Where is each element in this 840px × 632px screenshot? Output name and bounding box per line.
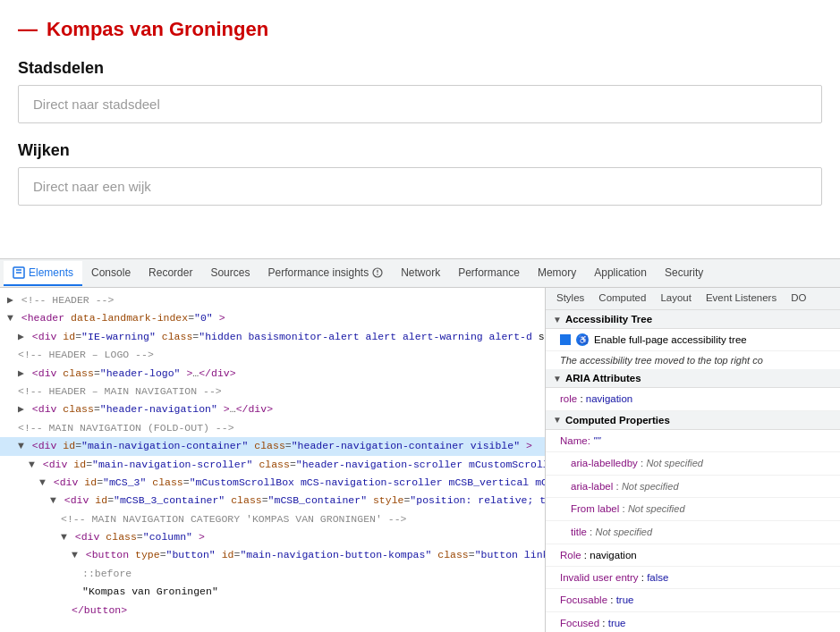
dom-line: ▼ <header data-landmark-index="0" >: [0, 309, 545, 327]
accessibility-note: The accessibility tree moved to the top …: [546, 351, 840, 369]
aria-attributes-header[interactable]: ▼ ARIA Attributes: [546, 369, 840, 388]
dom-line: </button>: [0, 602, 545, 619]
dom-line: ▼ <div class="column" >: [0, 528, 545, 546]
accessibility-icon: ♿: [576, 333, 589, 346]
page-title-container: — Kompas van Groningen: [18, 18, 822, 41]
stadsdelen-heading: Stadsdelen: [18, 59, 822, 78]
dom-line: ▼ <div id="mCS_3" class="mCustomScrollBo…: [0, 474, 545, 492]
dom-line: ▶ <div id="IE-warning" class="hidden bas…: [0, 328, 545, 346]
dom-line: ::before: [0, 565, 545, 583]
page-content: — Kompas van Groningen Stadsdelen Direct…: [0, 0, 840, 259]
stadsdelen-select[interactable]: Direct naar stadsdeel: [18, 85, 822, 123]
chevron-down-icon: ▼: [553, 415, 562, 425]
properties-panel: Styles Computed Layout Event Listeners D…: [546, 288, 840, 632]
page-title: Kompas van Groningen: [47, 18, 268, 41]
accessibility-checkbox-row[interactable]: ♿ Enable full-page accessibility tree: [546, 329, 840, 351]
aria-role-row: role : navigation: [546, 388, 840, 410]
tab-inspector[interactable]: Elements: [4, 261, 82, 286]
performance-insights-icon: [372, 267, 383, 278]
tab-performance[interactable]: Performance: [449, 261, 529, 286]
dom-line: ▼ <div id="mCSB_3_container" class="mCSB…: [0, 492, 545, 510]
from-label-row: From label : Not specified: [546, 498, 840, 521]
aria-label-row: aria-label : Not specified: [546, 476, 840, 499]
subtab-styles[interactable]: Styles: [549, 288, 591, 309]
computed-name-row: Name: "": [546, 430, 840, 452]
dom-line: ▶ <div class="header-navigation" >…</div…: [0, 400, 545, 418]
tab-console[interactable]: Console: [82, 261, 140, 286]
dom-line: <!-- MAIN NAVIGATION CATEGORY 'KOMPAS VA…: [0, 510, 545, 528]
devtools-tabbar: Elements Console Recorder Sources Perfor…: [0, 259, 840, 288]
dom-line: <!-- HEADER – MAIN NAVIGATION -->: [0, 383, 545, 400]
focused-row: Focused : true: [546, 612, 840, 632]
dom-panel[interactable]: ▶ <!-- HEADER --> ▼ <header data-landmar…: [0, 288, 546, 632]
title-row: title : Not specified: [546, 521, 840, 544]
tab-recorder[interactable]: Recorder: [140, 261, 201, 286]
dom-line: ▶ <div class="header-logo" >…</div>: [0, 365, 545, 383]
subtab-layout[interactable]: Layout: [653, 288, 699, 309]
aria-labelledby-row: aria-labelledby : Not specified: [546, 452, 840, 476]
subtab-computed[interactable]: Computed: [591, 288, 653, 309]
subtab-event-listeners[interactable]: Event Listeners: [699, 288, 784, 309]
tab-network[interactable]: Network: [392, 261, 449, 286]
chevron-down-icon: ▼: [553, 374, 562, 383]
computed-properties-header[interactable]: ▼ Computed Properties: [546, 411, 840, 430]
chevron-down-icon: ▼: [553, 315, 562, 324]
subtab-do[interactable]: DO: [784, 288, 813, 309]
dom-line: "Kompas van Groningen": [0, 583, 545, 601]
tab-memory[interactable]: Memory: [529, 261, 585, 286]
accessibility-tree-header[interactable]: ▼ Accessibility Tree: [546, 310, 840, 329]
tab-sources[interactable]: Sources: [201, 261, 259, 286]
tab-application[interactable]: Application: [585, 261, 656, 286]
props-subtabs: Styles Computed Layout Event Listeners D…: [546, 288, 840, 310]
dom-line: <!-- HEADER – LOGO -->: [0, 346, 545, 364]
devtools-panel: Elements Console Recorder Sources Perfor…: [0, 259, 840, 632]
inspector-icon: [13, 266, 25, 279]
dom-line: <!-- MAIN NAVIGATION (FOLD-OUT) -->: [0, 419, 545, 437]
dom-line: ▼ <div id="main-navigation-scroller" cla…: [0, 456, 545, 474]
tab-performance-insights[interactable]: Performance insights: [259, 261, 392, 286]
dom-line: ▶ <!-- HEADER -->: [0, 291, 545, 309]
devtools-body: ▶ <!-- HEADER --> ▼ <header data-landmar…: [0, 288, 840, 632]
focusable-row: Focusable : true: [546, 589, 840, 611]
title-dash: —: [18, 18, 38, 41]
invalid-entry-row: Invalid user entry : false: [546, 567, 840, 589]
wijken-select[interactable]: Direct naar een wijk: [18, 167, 822, 206]
dom-line: ▼ <button type="button" id="main-navigat…: [0, 546, 545, 564]
role-row: Role : navigation: [546, 544, 840, 567]
svg-point-5: [377, 274, 378, 275]
wijken-heading: Wijken: [18, 141, 822, 160]
tab-security[interactable]: Security: [656, 261, 712, 286]
dom-line-selected[interactable]: ▼ <div id="main-navigation-container" cl…: [0, 437, 545, 455]
checkbox-accessibility[interactable]: [560, 334, 571, 345]
